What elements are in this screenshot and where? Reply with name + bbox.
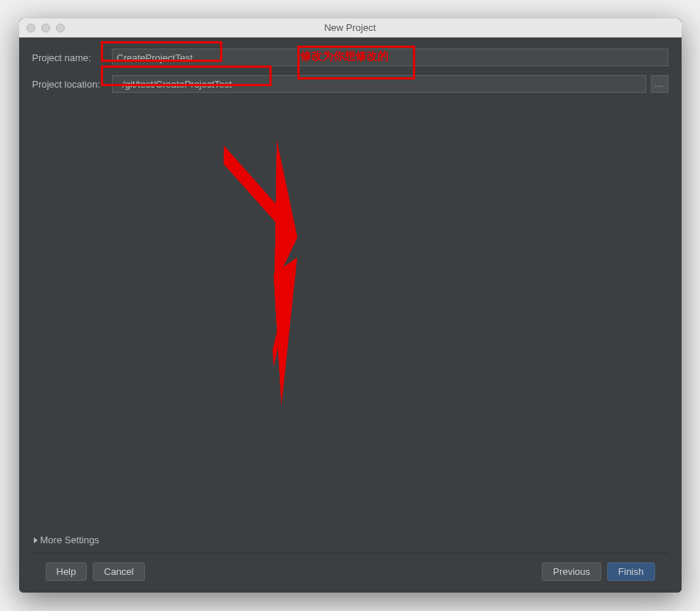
project-name-row: Project name: xyxy=(32,49,668,66)
chevron-right-icon xyxy=(34,537,38,543)
project-location-row: Project location: ... xyxy=(32,75,668,93)
title-bar: New Project xyxy=(19,18,682,38)
footer-left: Help Cancel xyxy=(46,562,145,581)
window-controls xyxy=(26,24,65,32)
dialog-footer: Help Cancel Previous Finish xyxy=(32,553,668,593)
form-area: Project name: Project location: ... 修改为你… xyxy=(32,49,668,102)
project-location-label: Project location: xyxy=(32,79,112,90)
window-title: New Project xyxy=(19,22,682,33)
project-name-input[interactable] xyxy=(112,49,668,66)
help-button[interactable]: Help xyxy=(46,562,88,581)
dialog-content: Project name: Project location: ... 修改为你… xyxy=(19,38,682,593)
maximize-window-icon[interactable] xyxy=(56,24,65,32)
previous-button[interactable]: Previous xyxy=(542,562,601,581)
browse-button[interactable]: ... xyxy=(651,75,668,93)
project-location-input[interactable] xyxy=(112,75,646,93)
more-settings-toggle[interactable]: More Settings xyxy=(32,527,668,553)
footer-right: Previous Finish xyxy=(542,562,654,581)
empty-area xyxy=(32,102,668,527)
more-settings-label: More Settings xyxy=(40,534,99,545)
minimize-window-icon[interactable] xyxy=(41,24,50,32)
finish-button[interactable]: Finish xyxy=(607,562,655,581)
cancel-button[interactable]: Cancel xyxy=(93,562,144,581)
project-name-label: Project name: xyxy=(32,52,112,63)
close-window-icon[interactable] xyxy=(26,24,35,32)
new-project-dialog: New Project Project name: Project locati… xyxy=(19,18,682,593)
